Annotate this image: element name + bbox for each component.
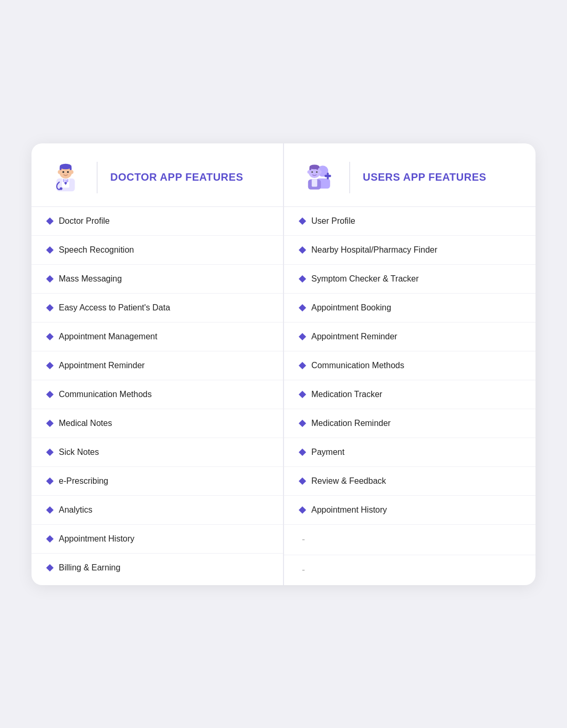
bullet-diamond xyxy=(299,332,306,340)
doctor-icon xyxy=(47,159,84,196)
feature-label: Appointment Booking xyxy=(311,303,391,313)
feature-label: Appointment History xyxy=(311,505,387,515)
bullet-diamond xyxy=(299,217,306,224)
list-item: Analytics xyxy=(32,496,283,525)
doctor-title: DOCTOR APP FEATURES xyxy=(110,171,243,183)
list-item: Appointment Reminder xyxy=(284,323,536,351)
svg-point-24 xyxy=(316,171,318,172)
feature-label: Analytics xyxy=(59,505,92,515)
svg-point-23 xyxy=(311,171,313,172)
feature-label: Appointment Reminder xyxy=(59,361,145,370)
list-item: - xyxy=(284,555,536,585)
feature-label: Communication Methods xyxy=(59,390,152,399)
list-item: Medication Tracker xyxy=(284,380,536,409)
feature-label: Medical Notes xyxy=(59,419,112,428)
svg-rect-10 xyxy=(70,167,72,170)
feature-label: Medication Tracker xyxy=(311,390,382,399)
feature-label: Doctor Profile xyxy=(59,216,110,226)
bullet-diamond xyxy=(46,275,54,282)
bullet-diamond xyxy=(46,448,54,455)
svg-rect-18 xyxy=(327,172,329,179)
feature-label: - xyxy=(300,565,305,576)
users-icon xyxy=(300,159,337,196)
doctor-features-list: Doctor Profile Speech Recognition Mass M… xyxy=(32,207,283,582)
list-item: User Profile xyxy=(284,207,536,236)
columns-container: DOCTOR APP FEATURES Doctor Profile Speec… xyxy=(32,143,536,585)
svg-point-11 xyxy=(62,171,65,173)
list-item: Communication Methods xyxy=(284,351,536,380)
feature-label: Medication Reminder xyxy=(311,419,391,428)
users-column: USERS APP FEATURES User Profile Nearby H… xyxy=(284,143,536,585)
feature-label: Appointment History xyxy=(59,534,134,544)
feature-label: Speech Recognition xyxy=(59,245,134,255)
list-item: Speech Recognition xyxy=(32,236,283,265)
svg-point-25 xyxy=(307,170,309,173)
bullet-diamond xyxy=(299,390,306,398)
header-divider xyxy=(97,162,98,193)
doctor-column: DOCTOR APP FEATURES Doctor Profile Speec… xyxy=(32,143,284,585)
bullet-diamond xyxy=(299,246,306,253)
feature-label: e-Prescribing xyxy=(59,476,108,486)
bullet-diamond xyxy=(299,304,306,311)
list-item: Symptom Checker & Tracker xyxy=(284,265,536,294)
list-item: - xyxy=(284,525,536,555)
svg-rect-22 xyxy=(317,167,319,169)
feature-label: Mass Messaging xyxy=(59,274,122,284)
bullet-diamond xyxy=(46,564,54,571)
svg-rect-9 xyxy=(60,167,62,170)
feature-label: Symptom Checker & Tracker xyxy=(311,274,419,284)
list-item: Payment xyxy=(284,438,536,467)
svg-rect-21 xyxy=(309,167,311,170)
feature-label: User Profile xyxy=(311,216,355,226)
bullet-diamond xyxy=(46,535,54,542)
bullet-diamond xyxy=(46,304,54,311)
svg-rect-5 xyxy=(64,179,68,180)
feature-label: Billing & Earning xyxy=(59,563,120,573)
feature-label: Nearby Hospital/Pharmacy Finder xyxy=(311,245,437,255)
bullet-diamond xyxy=(299,477,306,484)
list-item: Communication Methods xyxy=(32,380,283,409)
svg-point-14 xyxy=(71,170,74,174)
users-header: USERS APP FEATURES xyxy=(284,143,536,207)
list-item: Medical Notes xyxy=(32,409,283,438)
list-item: Nearby Hospital/Pharmacy Finder xyxy=(284,236,536,265)
list-item: Medication Reminder xyxy=(284,409,536,438)
doctor-header: DOCTOR APP FEATURES xyxy=(32,143,283,207)
list-item: Appointment Booking xyxy=(284,294,536,323)
bullet-diamond xyxy=(299,275,306,282)
bullet-diamond xyxy=(299,419,306,427)
list-item: Appointment Management xyxy=(32,323,283,351)
feature-label: Sick Notes xyxy=(59,448,99,457)
feature-label: - xyxy=(300,534,305,545)
bullet-diamond xyxy=(299,361,306,369)
svg-rect-28 xyxy=(312,179,318,186)
users-features-list: User Profile Nearby Hospital/Pharmacy Fi… xyxy=(284,207,536,585)
feature-label: Payment xyxy=(311,448,344,457)
list-item: Appointment History xyxy=(284,496,536,525)
feature-label: Easy Access to Patient's Data xyxy=(59,303,170,313)
feature-label: Appointment Reminder xyxy=(311,332,397,341)
bullet-diamond xyxy=(46,506,54,513)
list-item: Review & Feedback xyxy=(284,467,536,496)
feature-label: Appointment Management xyxy=(59,332,158,341)
svg-rect-6 xyxy=(64,181,66,181)
header-divider-users xyxy=(349,162,350,193)
list-item: e-Prescribing xyxy=(32,467,283,496)
bullet-diamond xyxy=(299,506,306,513)
list-item: Sick Notes xyxy=(32,438,283,467)
list-item: Appointment Reminder xyxy=(32,351,283,380)
main-card: DOCTOR APP FEATURES Doctor Profile Speec… xyxy=(32,143,536,585)
bullet-diamond xyxy=(299,448,306,455)
bullet-diamond xyxy=(46,477,54,484)
list-item: Doctor Profile xyxy=(32,207,283,236)
svg-point-26 xyxy=(319,170,321,173)
feature-label: Review & Feedback xyxy=(311,476,386,486)
bullet-diamond xyxy=(46,217,54,224)
bullet-diamond xyxy=(46,390,54,398)
bullet-diamond xyxy=(46,419,54,427)
bullet-diamond xyxy=(46,361,54,369)
list-item: Billing & Earning xyxy=(32,554,283,582)
svg-point-13 xyxy=(58,170,60,174)
bullet-diamond xyxy=(46,246,54,253)
list-item: Mass Messaging xyxy=(32,265,283,294)
